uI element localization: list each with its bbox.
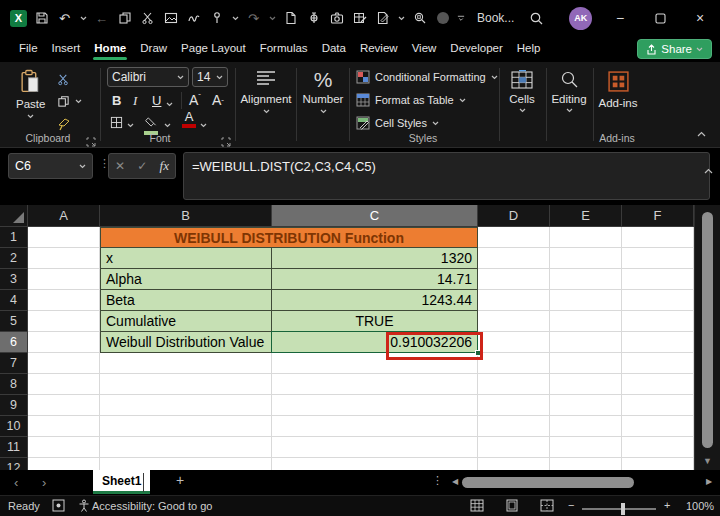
- formula-input[interactable]: =WEIBULL.DIST(C2,C3,C4,C5): [183, 152, 710, 200]
- avatar[interactable]: AK: [569, 7, 592, 30]
- underline-chevron-icon[interactable]: [165, 96, 173, 113]
- tab-home[interactable]: Home: [87, 38, 133, 60]
- clipboard-dialog-launcher[interactable]: [86, 133, 96, 143]
- insert-function-icon[interactable]: fx: [160, 158, 169, 174]
- font-color-icon[interactable]: A: [182, 110, 196, 128]
- tab-help[interactable]: Help: [510, 38, 548, 60]
- ribbon-copy-icon[interactable]: [55, 93, 72, 110]
- page-break-view-icon[interactable]: [540, 499, 554, 514]
- column-header-A[interactable]: A: [28, 205, 100, 227]
- undo-chevron-icon[interactable]: [79, 10, 87, 27]
- increase-font-button[interactable]: Aˆ: [189, 92, 201, 108]
- add-sheet-button[interactable]: +: [176, 472, 184, 488]
- cells-button[interactable]: Cells: [500, 70, 544, 113]
- sheet-nav-left-icon[interactable]: ‹: [14, 475, 18, 490]
- excel-logo-icon[interactable]: X: [10, 10, 27, 27]
- table-label-cell[interactable]: Weibull Distribution Value: [101, 332, 271, 352]
- row-header-8[interactable]: 8: [0, 374, 28, 395]
- row-header-9[interactable]: 9: [0, 395, 28, 416]
- sheet-nav-right-icon[interactable]: ›: [42, 475, 46, 490]
- sheet-tab[interactable]: Sheet1: [93, 470, 150, 494]
- row-header-2[interactable]: 2: [0, 248, 28, 269]
- copy-icon[interactable]: [116, 10, 133, 27]
- tab-review[interactable]: Review: [353, 38, 405, 60]
- italic-button[interactable]: I: [133, 93, 137, 109]
- column-header-F[interactable]: F: [622, 205, 694, 227]
- document-pen-chevron-icon[interactable]: [397, 10, 405, 27]
- tab-insert[interactable]: Insert: [45, 38, 88, 60]
- camera-icon[interactable]: [328, 10, 345, 27]
- cancel-formula-icon[interactable]: ✕: [115, 159, 125, 173]
- ribbon-cut-icon[interactable]: [55, 71, 72, 88]
- column-header-D[interactable]: D: [478, 205, 550, 227]
- table-value-cell[interactable]: 1243.44: [272, 290, 477, 310]
- row-header-10[interactable]: 10: [0, 416, 28, 437]
- qat-overflow-icon[interactable]: [457, 10, 465, 27]
- close-button[interactable]: ×: [680, 0, 720, 36]
- maximize-button[interactable]: [640, 0, 680, 36]
- normal-view-icon[interactable]: [470, 499, 484, 514]
- pin-icon[interactable]: [305, 10, 322, 27]
- page-layout-view-icon[interactable]: [505, 499, 519, 514]
- row-header-12[interactable]: 12: [0, 458, 28, 470]
- table-draw-icon[interactable]: [351, 10, 368, 27]
- search-icon[interactable]: [528, 10, 545, 27]
- table-label-cell[interactable]: Alpha: [101, 269, 271, 289]
- table-label-cell[interactable]: Beta: [101, 290, 271, 310]
- alignment-button[interactable]: Alignment: [238, 70, 294, 114]
- document-pen-icon[interactable]: [374, 10, 391, 27]
- zoom-slider-thumb[interactable]: [621, 503, 625, 515]
- table-value-cell[interactable]: 14.71: [272, 269, 477, 289]
- accessibility-status[interactable]: Accessibility: Good to go: [92, 500, 212, 512]
- font-dialog-launcher[interactable]: [221, 133, 231, 143]
- vertical-scrollbar[interactable]: ▼: [694, 205, 720, 470]
- paste-button[interactable]: Paste: [16, 69, 45, 119]
- row-header-4[interactable]: 4: [0, 290, 28, 311]
- table-label-cell[interactable]: Cumulative: [101, 311, 271, 331]
- format-as-table-button[interactable]: Format as Table: [356, 93, 466, 107]
- formula-bar-collapse-icon[interactable]: [704, 160, 713, 178]
- column-header-C[interactable]: C: [272, 205, 478, 227]
- number-button[interactable]: % Number: [298, 68, 348, 114]
- sheet-bar-dots[interactable]: ⋮: [432, 474, 443, 487]
- column-header-E[interactable]: E: [550, 205, 622, 227]
- tab-data[interactable]: Data: [315, 38, 353, 60]
- row-header-1[interactable]: 1: [0, 227, 28, 248]
- lookup-icon[interactable]: [411, 10, 428, 27]
- underline-button[interactable]: U: [152, 93, 161, 108]
- borders-icon[interactable]: [108, 114, 125, 131]
- column-header-B[interactable]: B: [100, 205, 272, 227]
- table-value-cell[interactable]: 1320: [272, 248, 477, 268]
- minimize-button[interactable]: −: [600, 0, 640, 36]
- touch-chevron-icon[interactable]: [231, 10, 239, 27]
- table-label-cell[interactable]: x: [101, 248, 271, 268]
- enter-formula-icon[interactable]: ✓: [137, 159, 147, 173]
- touch-mode-icon[interactable]: [208, 10, 225, 27]
- horizontal-scrollbar-thumb[interactable]: [462, 477, 634, 488]
- table-value-cell[interactable]: TRUE: [272, 311, 477, 331]
- row-header-3[interactable]: 3: [0, 269, 28, 290]
- cell-styles-button[interactable]: Cell Styles: [356, 116, 439, 130]
- collapse-ribbon-icon[interactable]: [697, 123, 706, 141]
- decrease-font-button[interactable]: Aˇ: [212, 92, 224, 108]
- fill-handle[interactable]: [475, 350, 481, 356]
- font-name-select[interactable]: Calibri: [107, 67, 189, 87]
- row-header-11[interactable]: 11: [0, 437, 28, 458]
- zoom-in-button[interactable]: +: [664, 499, 670, 511]
- picture-icon[interactable]: [162, 10, 179, 27]
- vertical-scrollbar-thumb[interactable]: [702, 212, 713, 448]
- zoom-level[interactable]: 100%: [686, 500, 714, 512]
- tab-file[interactable]: File: [12, 38, 45, 60]
- zoom-slider-track[interactable]: [582, 508, 656, 510]
- row-header-6[interactable]: 6: [0, 332, 28, 353]
- row-header-7[interactable]: 7: [0, 353, 28, 374]
- share-button[interactable]: Share: [637, 39, 712, 59]
- font-size-select[interactable]: 14: [192, 67, 228, 87]
- tab-draw[interactable]: Draw: [133, 38, 174, 60]
- tab-view[interactable]: View: [405, 38, 444, 60]
- zoom-out-button[interactable]: −: [568, 499, 574, 511]
- ink-icon[interactable]: [185, 10, 202, 27]
- conditional-formatting-button[interactable]: Conditional Formatting: [356, 70, 498, 84]
- select-all-corner[interactable]: [0, 205, 28, 227]
- hscroll-right-icon[interactable]: ▶: [706, 477, 712, 486]
